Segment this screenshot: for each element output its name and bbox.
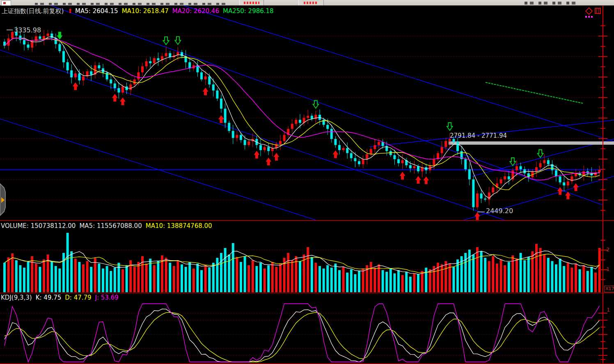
buy-arrow-icon <box>203 88 208 96</box>
volume-ma-lines <box>5 251 600 274</box>
peak-price-label: 3335.98 <box>14 26 41 34</box>
kdj-d-line <box>5 312 600 362</box>
buy-arrow-icon <box>73 82 78 90</box>
buy-arrow-icon <box>400 172 406 180</box>
ma250-line <box>486 82 583 103</box>
ma-lines <box>5 36 600 198</box>
buy-arrow-icon <box>218 115 224 123</box>
ma10-line <box>5 38 600 190</box>
grid-lines <box>0 36 603 355</box>
ellipsis-marks <box>588 16 590 18</box>
sell-arrow-icon <box>57 32 62 40</box>
ma5-line <box>5 36 600 198</box>
grid-icon[interactable] <box>595 8 600 14</box>
ma250-value: MA250: 2986.18 <box>223 7 274 15</box>
sell-arrow-icon <box>538 150 543 157</box>
volume-title: VOLUME: 150738112.00 <box>1 222 76 230</box>
volume-ma10-value: MA10: 138874768.00 <box>146 222 212 230</box>
ellipsis-marks <box>585 16 587 18</box>
kdj-k-value: K: 49.75 <box>36 294 62 301</box>
volume-ma5-line <box>5 251 600 274</box>
kdj-axis-label: 1 <box>607 307 610 313</box>
corner-icons <box>585 8 600 18</box>
low-price-label: 2449.20 <box>486 207 513 215</box>
buy-arrow-icon <box>573 183 579 191</box>
buy-arrow-icon <box>112 94 118 102</box>
volume-pane-header: VOLUME: 150738112.00MA5: 115567088.00MA1… <box>1 223 216 230</box>
buy-arrow-icon <box>565 191 571 199</box>
volume-ma5-value: MA5: 115567088.00 <box>79 222 142 230</box>
ellipsis-marks <box>591 16 593 18</box>
volume-axis-upper: 2 <box>606 246 609 253</box>
ma5-value: MA5: 2604.15 <box>75 7 118 15</box>
buy-arrow-icon <box>557 187 563 195</box>
kdj-j-line <box>5 304 600 362</box>
buy-arrow-icon <box>474 212 480 220</box>
signal-arrows <box>57 32 579 220</box>
buy-arrow-icon <box>266 157 271 165</box>
buy-arrow-icon <box>423 176 429 184</box>
chart-canvas[interactable] <box>0 0 614 364</box>
diamond-icon[interactable] <box>586 8 592 14</box>
buy-arrow-icon <box>332 150 338 158</box>
gap-range-label: 2791.84 - 2771.94 <box>450 132 507 139</box>
volume-axis-lower: 1 <box>606 266 609 272</box>
volume-unit-box: X17 <box>604 286 614 292</box>
buy-arrow-icon <box>273 153 279 161</box>
buy-arrow-icon <box>415 176 421 184</box>
symbol-title: 上证指数(日线.前复权) <box>2 7 64 15</box>
kdj-lines <box>5 304 600 362</box>
sidebar-expand-handle[interactable] <box>0 184 5 216</box>
trading-terminal-window: 上证指数(日线.前复权)⬆MA5: 2604.15MA10: 2618.47MA… <box>0 0 614 364</box>
price-axis[interactable] <box>598 6 607 363</box>
kdj-j-value: J: 53.69 <box>95 294 119 301</box>
buy-arrow-icon <box>254 151 259 159</box>
kdj-title: KDJ(9,3,3) <box>1 294 32 301</box>
kdj-pane-header: KDJ(9,3,3)K: 49.75D: 47.79J: 53.69 <box>1 294 122 301</box>
sell-arrow-icon <box>447 123 453 130</box>
sell-arrow-icon <box>175 36 181 44</box>
buy-arrow-icon <box>120 98 126 105</box>
up-arrow-icon: ⬆ <box>67 7 73 15</box>
ma10-value: MA10: 2618.47 <box>122 7 169 15</box>
ma20-value: MA20: 2620.46 <box>172 7 219 15</box>
sell-arrow-icon <box>163 37 169 45</box>
main-pane-header: 上证指数(日线.前复权)⬆MA5: 2604.15MA10: 2618.47MA… <box>2 8 277 15</box>
kdj-d-value: D: 47.79 <box>65 294 91 301</box>
